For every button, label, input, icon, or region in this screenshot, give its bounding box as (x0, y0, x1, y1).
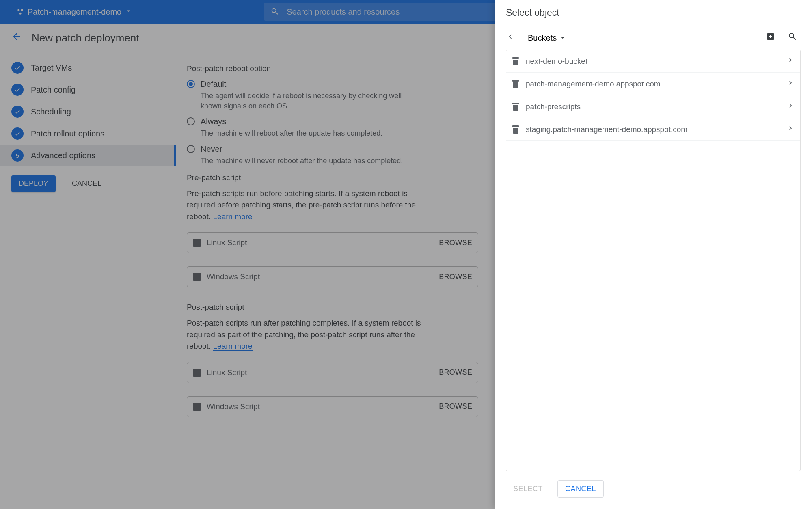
learn-more-link[interactable]: Learn more (213, 342, 252, 351)
radio-never[interactable] (187, 145, 195, 153)
back-arrow-icon[interactable] (11, 31, 22, 45)
caret-down-icon (125, 7, 132, 17)
post-patch-desc: Post-patch scripts run after patching co… (187, 317, 424, 352)
bucket-icon (512, 57, 519, 65)
step-target-vms[interactable]: Target VMs (0, 57, 176, 79)
project-name: Patch-management-demo (28, 7, 121, 17)
search-bar[interactable] (264, 3, 524, 21)
check-icon (11, 84, 24, 96)
radio-always[interactable] (187, 117, 195, 125)
radio-never-label: Never (201, 144, 403, 154)
step-label: Scheduling (31, 107, 71, 116)
svg-point-0 (17, 9, 19, 11)
document-icon (193, 239, 201, 247)
deploy-button[interactable]: DEPLOY (11, 175, 56, 192)
check-icon (11, 62, 24, 74)
bucket-row[interactable]: patch-prescripts (506, 95, 800, 118)
radio-always-desc: The machine will reboot after the update… (201, 128, 382, 138)
check-icon (11, 106, 24, 118)
step-label: Target VMs (31, 63, 72, 73)
bucket-icon (512, 103, 519, 111)
step-label: Patch config (31, 85, 76, 95)
pre-patch-title: Pre-patch script (187, 173, 478, 182)
advanced-options-form: Post-patch reboot option Default The age… (176, 52, 489, 509)
radio-default[interactable] (187, 80, 195, 88)
browse-button[interactable]: BROWSE (439, 239, 472, 247)
post-patch-title: Post-patch script (187, 303, 478, 312)
step-label: Patch rollout options (31, 129, 104, 138)
post-patch-linux-input[interactable]: Linux Script BROWSE (187, 362, 478, 383)
step-number-badge: 5 (11, 149, 24, 162)
panel-title: Select object (495, 0, 812, 26)
bucket-row[interactable]: next-demo-bucket (506, 50, 800, 73)
bucket-icon (512, 80, 519, 88)
bucket-name: staging.patch-management-demo.appspot.co… (526, 125, 780, 134)
reboot-section-title: Post-patch reboot option (187, 64, 478, 73)
bucket-name: next-demo-bucket (526, 57, 780, 66)
select-button[interactable]: SELECT (506, 480, 550, 498)
pre-patch-windows-input[interactable]: Windows Script BROWSE (187, 266, 478, 287)
svg-point-1 (21, 9, 23, 11)
learn-more-link[interactable]: Learn more (213, 212, 252, 221)
bucket-list: next-demo-bucket patch-management-demo.a… (506, 50, 801, 471)
browse-button[interactable]: BROWSE (439, 368, 472, 377)
step-scheduling[interactable]: Scheduling (0, 101, 176, 123)
chevron-right-icon (786, 124, 795, 134)
cancel-button[interactable]: CANCEL (65, 175, 109, 192)
steps-sidebar: Target VMs Patch config Scheduling (0, 52, 176, 509)
script-placeholder: Linux Script (207, 368, 433, 377)
chevron-right-icon (786, 101, 795, 112)
step-patch-rollout[interactable]: Patch rollout options (0, 123, 176, 145)
pre-patch-linux-input[interactable]: Linux Script BROWSE (187, 232, 478, 253)
document-icon (193, 273, 201, 281)
select-object-panel: Select object Buckets next-demo-bucket p… (495, 0, 812, 509)
pre-patch-desc: Pre-patch scripts run before patching st… (187, 188, 424, 223)
bucket-name: patch-prescripts (526, 102, 780, 111)
caret-down-icon (559, 34, 566, 41)
bucket-row[interactable]: patch-management-demo.appspot.com (506, 73, 800, 95)
project-icon (16, 8, 24, 16)
bucket-icon (512, 125, 519, 134)
radio-default-label: Default (201, 79, 420, 89)
search-icon[interactable] (784, 32, 801, 44)
browse-button[interactable]: BROWSE (439, 273, 472, 281)
step-advanced-options[interactable]: 5 Advanced options (0, 145, 176, 166)
check-icon (11, 127, 24, 140)
document-icon (193, 369, 201, 377)
page-title: New patch deployment (32, 32, 139, 44)
chevron-left-icon[interactable] (506, 32, 515, 43)
svg-point-2 (19, 13, 22, 15)
bucket-name: patch-management-demo.appspot.com (526, 80, 780, 88)
browse-button[interactable]: BROWSE (439, 402, 472, 411)
step-label: Advanced options (31, 151, 95, 160)
chevron-right-icon (786, 56, 795, 66)
project-selector[interactable]: Patch-management-demo (16, 7, 132, 17)
chevron-right-icon (786, 79, 795, 89)
search-input[interactable] (287, 7, 517, 17)
bucket-row[interactable]: staging.patch-management-demo.appspot.co… (506, 118, 800, 141)
document-icon (193, 403, 201, 411)
breadcrumb-buckets[interactable]: Buckets (528, 33, 566, 43)
radio-default-desc: The agent will decide if a reboot is nec… (201, 91, 420, 111)
step-patch-config[interactable]: Patch config (0, 79, 176, 101)
script-placeholder: Windows Script (207, 272, 433, 281)
radio-always-label: Always (201, 116, 382, 127)
cancel-button[interactable]: CANCEL (557, 480, 604, 498)
script-placeholder: Linux Script (207, 238, 433, 247)
script-placeholder: Windows Script (207, 402, 433, 411)
search-icon (270, 7, 279, 17)
radio-never-desc: The machine will never reboot after the … (201, 156, 403, 166)
post-patch-windows-input[interactable]: Windows Script BROWSE (187, 396, 478, 417)
upload-icon[interactable] (762, 32, 779, 44)
